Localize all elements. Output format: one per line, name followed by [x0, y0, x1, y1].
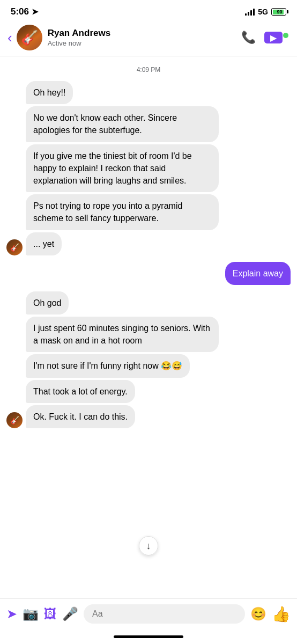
message-row: Oh hey!!	[6, 81, 291, 104]
bubble-received: Ok. Fuck it. I can do this.	[26, 405, 135, 428]
message-input[interactable]	[84, 604, 245, 624]
bubble-received: Oh god	[26, 291, 69, 314]
chevron-down-icon: ↓	[146, 540, 151, 552]
bubble-received: I'm not sure if I'm funny right now 😂😅	[26, 354, 190, 377]
status-bar: 5:06 ➤ 5G 90	[0, 0, 297, 20]
bubble-sent: Explain away	[225, 262, 291, 285]
message-row: Ps not trying to rope you into a pyramid…	[6, 194, 291, 230]
bubble-received: Ps not trying to rope you into a pyramid…	[26, 194, 219, 230]
status-time: 5:06 ➤	[11, 6, 39, 17]
mic-button[interactable]: 🎤	[62, 606, 78, 621]
time-label: 5:06	[11, 6, 29, 17]
video-button[interactable]: ▶	[264, 32, 288, 43]
messages-wrapper: 4:09 PM Oh hey!! No we don't know each o…	[0, 56, 297, 598]
message-row: I just spent 60 minutes singing to senio…	[6, 317, 291, 352]
bubble-received: No we don't know each other. Sincere apo…	[26, 106, 219, 142]
message-row: 🎸 Ok. Fuck it. I can do this.	[6, 405, 291, 428]
avatar: 🎸	[17, 25, 42, 50]
image-button[interactable]: 🖼	[44, 606, 57, 621]
user-status: Active now	[48, 39, 241, 47]
home-bar	[114, 635, 183, 638]
bubble-received: ... yet	[26, 232, 62, 255]
timestamp: 4:09 PM	[6, 66, 291, 74]
online-dot	[283, 33, 288, 38]
signal-icon	[245, 8, 255, 16]
bubble-received: If you give me the tiniest bit of room I…	[26, 144, 219, 193]
home-indicator	[0, 629, 297, 644]
sender-avatar: 🎸	[6, 239, 23, 255]
message-row: That took a lot of energy.	[6, 380, 291, 403]
message-row: No we don't know each other. Sincere apo…	[6, 106, 291, 142]
bubble-received: That took a lot of energy.	[26, 380, 135, 403]
user-name: Ryan Andrews	[48, 28, 241, 39]
bubble-received: I just spent 60 minutes singing to senio…	[26, 317, 219, 352]
scroll-down-button[interactable]: ↓	[139, 536, 158, 555]
sender-avatar: 🎸	[6, 412, 23, 428]
back-button[interactable]: ‹	[5, 28, 17, 47]
chat-header: ‹ 🎸 Ryan Andrews Active now 📞 ▶	[0, 20, 297, 56]
input-bar: ➤ 📷 🖼 🎤 😊 👍	[0, 598, 297, 629]
send-arrow-icon: ➤	[32, 7, 39, 17]
camera-button[interactable]: 📷	[23, 606, 39, 621]
status-right: 5G 90	[245, 8, 286, 16]
bubble-received: Oh hey!!	[26, 81, 73, 104]
message-row: If you give me the tiniest bit of room I…	[6, 144, 291, 193]
like-button[interactable]: 👍	[272, 605, 291, 623]
header-info: Ryan Andrews Active now	[48, 28, 241, 47]
message-row: Oh god	[6, 291, 291, 314]
messages-area: 4:09 PM Oh hey!! No we don't know each o…	[0, 56, 297, 598]
message-row: Explain away	[6, 262, 291, 285]
message-row: I'm not sure if I'm funny right now 😂😅	[6, 354, 291, 377]
message-row: 🎸 ... yet	[6, 232, 291, 255]
battery-icon: 90	[271, 8, 286, 16]
network-label: 5G	[258, 8, 268, 16]
header-actions: 📞 ▶	[241, 31, 288, 45]
send-button[interactable]: ➤	[6, 606, 17, 621]
phone-button[interactable]: 📞	[241, 31, 256, 45]
video-icon: ▶	[264, 32, 283, 43]
emoji-button[interactable]: 😊	[250, 606, 266, 621]
